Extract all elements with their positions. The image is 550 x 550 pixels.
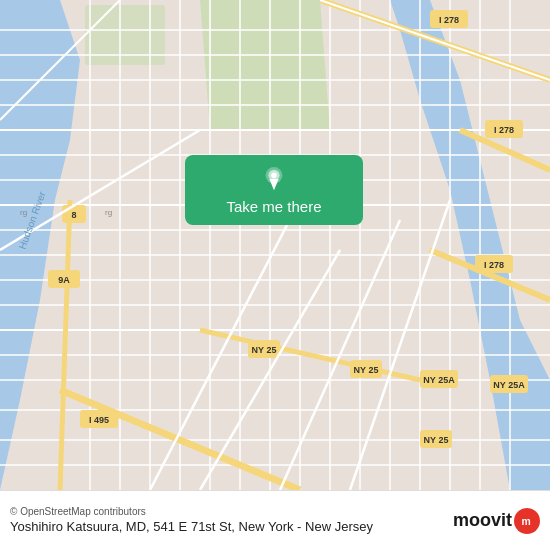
svg-text:I 278: I 278 — [494, 125, 514, 135]
svg-rect-4 — [85, 5, 165, 65]
svg-text:rg: rg — [105, 208, 112, 217]
svg-text:NY 25: NY 25 — [354, 365, 379, 375]
take-me-there-button[interactable]: Take me there — [185, 155, 363, 225]
svg-text:I 495: I 495 — [89, 415, 109, 425]
moovit-m-icon: m — [519, 513, 535, 529]
map-view: I 278 I 278 I 278 I 495 9A 8 NY 25 NY 25… — [0, 0, 550, 490]
footer-bar: © OpenStreetMap contributors Yoshihiro K… — [0, 490, 550, 550]
svg-text:rg: rg — [20, 208, 27, 217]
moovit-logo: moovit m — [453, 508, 540, 534]
svg-point-78 — [271, 172, 277, 178]
footer-text: © OpenStreetMap contributors Yoshihiro K… — [10, 506, 443, 536]
button-label: Take me there — [226, 198, 321, 215]
svg-text:I 278: I 278 — [484, 260, 504, 270]
svg-marker-3 — [200, 0, 330, 130]
svg-text:m: m — [521, 516, 530, 527]
svg-text:NY 25A: NY 25A — [493, 380, 525, 390]
osm-attribution: © OpenStreetMap contributors — [10, 506, 443, 517]
svg-text:NY 25A: NY 25A — [423, 375, 455, 385]
svg-text:8: 8 — [71, 210, 76, 220]
moovit-logo-text: moovit — [453, 510, 512, 531]
svg-marker-79 — [269, 179, 278, 190]
svg-text:NY 25: NY 25 — [252, 345, 277, 355]
svg-text:I 278: I 278 — [439, 15, 459, 25]
address-label: Yoshihiro Katsuura, MD, 541 E 71st St, N… — [10, 519, 443, 536]
svg-text:9A: 9A — [58, 275, 70, 285]
moovit-logo-icon: m — [514, 508, 540, 534]
svg-text:NY 25: NY 25 — [424, 435, 449, 445]
location-pin-icon — [260, 166, 288, 194]
